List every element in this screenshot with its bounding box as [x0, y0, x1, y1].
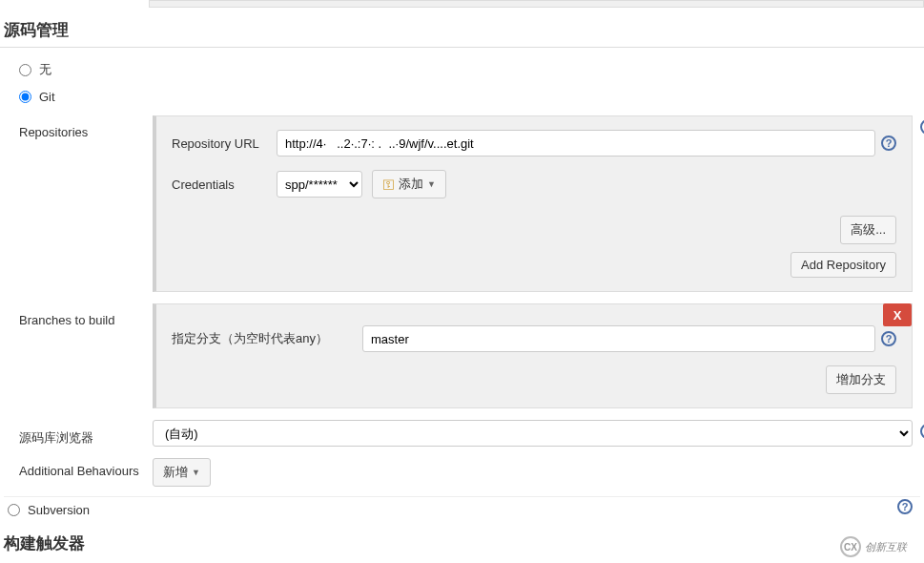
add-branch-button[interactable]: 增加分支 [826, 365, 896, 394]
scm-section-header: 源码管理 [0, 13, 924, 48]
add-credential-button[interactable]: ⚿ 添加 ▼ [372, 170, 446, 198]
watermark: CX 创新互联 [840, 536, 907, 557]
repositories-row: Repositories ? Repository URL ? Credenti… [4, 110, 920, 298]
scm-git-radio[interactable] [19, 91, 31, 103]
repo-url-label: Repository URL [172, 136, 277, 151]
advanced-button[interactable]: 高级... [840, 216, 896, 244]
scm-git-label: Git [39, 90, 55, 104]
help-icon[interactable]: ? [881, 331, 896, 346]
branches-row: Branches to build X 指定分支（为空时代表any） ? 增加分… [4, 298, 920, 414]
chevron-down-icon: ▼ [192, 468, 200, 477]
repo-browser-label: 源码库浏览器 [19, 420, 153, 447]
watermark-text: 创新互联 [865, 540, 907, 554]
help-icon[interactable]: ? [920, 119, 924, 135]
scm-subversion-label: Subversion [28, 503, 90, 517]
watermark-logo-icon: CX [840, 536, 861, 557]
behaviours-row: Additional Behaviours 新增 ▼ [4, 452, 920, 492]
help-icon[interactable]: ? [920, 424, 924, 439]
repo-url-input[interactable] [277, 130, 875, 156]
top-collapsed-bar [149, 0, 924, 8]
scm-none-radio[interactable] [19, 64, 31, 76]
branches-label: Branches to build [19, 303, 153, 408]
branch-spec-input[interactable] [362, 325, 875, 352]
repository-box: Repository URL ? Credentials spp/****** … [153, 115, 913, 292]
scm-none-option[interactable]: 无 [4, 55, 920, 84]
add-repository-button[interactable]: Add Repository [791, 252, 896, 278]
help-icon[interactable]: ? [881, 136, 896, 151]
scm-subversion-option[interactable]: Subversion ? [4, 497, 920, 527]
scm-git-option[interactable]: Git [4, 84, 920, 110]
chevron-down-icon: ▼ [427, 179, 436, 189]
add-credential-label: 添加 [399, 176, 423, 193]
key-icon: ⚿ [382, 177, 395, 192]
branch-spec-label: 指定分支（为空时代表any） [172, 330, 362, 347]
behaviours-label: Additional Behaviours [19, 458, 153, 487]
repo-browser-row: 源码库浏览器 ? (自动) [4, 414, 920, 452]
branches-box: X 指定分支（为空时代表any） ? 增加分支 [153, 303, 913, 408]
help-icon[interactable]: ? [897, 499, 913, 514]
triggers-section-header: 构建触发器 [0, 527, 924, 560]
scm-none-label: 无 [39, 61, 51, 78]
add-behaviour-button[interactable]: 新增 ▼ [153, 458, 211, 487]
scm-subversion-radio[interactable] [8, 504, 20, 516]
repo-browser-select[interactable]: (自动) [153, 420, 913, 447]
credentials-label: Credentials [172, 177, 277, 192]
scm-form: 无 Git Repositories ? Repository URL ? Cr… [0, 55, 924, 527]
delete-branch-button[interactable]: X [883, 303, 912, 326]
credentials-select[interactable]: spp/****** [277, 171, 362, 198]
repositories-label: Repositories [19, 115, 153, 292]
